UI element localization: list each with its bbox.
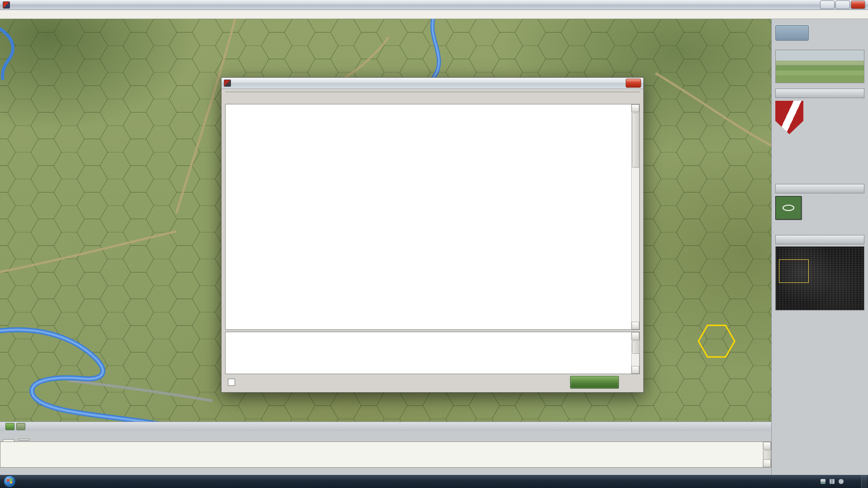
proceed-button[interactable] xyxy=(570,376,619,389)
terrain-photo xyxy=(775,50,864,83)
nato-symbol-icon xyxy=(783,205,794,211)
selected-unit-counter[interactable] xyxy=(775,196,802,220)
overview-header xyxy=(775,235,864,244)
scroll-up-icon[interactable] xyxy=(632,332,639,340)
zoom-in-button[interactable] xyxy=(5,423,14,430)
view-enemy-checkbox[interactable] xyxy=(228,379,235,386)
subunits-button[interactable] xyxy=(18,439,30,441)
show-desktop-button[interactable] xyxy=(861,475,867,488)
windows-flag-icon xyxy=(7,479,12,483)
force-name-header xyxy=(775,89,864,98)
system-tray xyxy=(816,475,868,488)
dialog-footer xyxy=(228,376,637,389)
diary-log[interactable] xyxy=(0,441,771,468)
close-button[interactable] xyxy=(851,0,865,9)
over-button[interactable] xyxy=(775,25,809,41)
scroll-down-icon[interactable] xyxy=(632,322,639,329)
zoom-out-button[interactable] xyxy=(16,423,25,430)
taskbar xyxy=(0,475,868,488)
selected-unit-header xyxy=(775,184,864,193)
right-sidebar xyxy=(771,19,868,475)
screen xyxy=(0,0,868,488)
diary-scrollbar[interactable] xyxy=(763,442,771,467)
volume-icon[interactable] xyxy=(839,479,844,484)
start-button[interactable] xyxy=(4,475,16,488)
scroll-up-icon[interactable] xyxy=(763,442,771,450)
dialog-icon xyxy=(224,80,231,87)
scrollbar-thumb[interactable] xyxy=(764,450,771,460)
dialog-tabs xyxy=(225,92,640,92)
blackhorse-insignia-icon xyxy=(775,101,803,134)
scrollbar-thumb[interactable] xyxy=(632,113,640,168)
scroll-down-icon[interactable] xyxy=(763,460,771,467)
app-icon xyxy=(3,1,10,9)
notes-panel xyxy=(225,332,640,374)
scrollbar-thumb[interactable] xyxy=(632,340,640,354)
network-icon[interactable] xyxy=(830,479,835,484)
maximize-button[interactable] xyxy=(835,0,850,9)
minimap[interactable] xyxy=(775,246,864,310)
status-bar xyxy=(0,422,771,431)
dialog-titlebar[interactable] xyxy=(222,78,643,89)
minimize-button[interactable] xyxy=(820,0,835,9)
scroll-down-icon[interactable] xyxy=(632,366,639,374)
kills-table-container xyxy=(225,104,640,330)
minimap-viewport[interactable] xyxy=(779,259,809,283)
diary-tab-strip xyxy=(0,431,771,441)
scroll-up-icon[interactable] xyxy=(632,104,639,112)
table-scrollbar[interactable] xyxy=(631,104,639,329)
notes-scrollbar[interactable] xyxy=(631,332,639,374)
action-center-icon[interactable] xyxy=(821,479,826,484)
menu-bar xyxy=(0,10,868,19)
window-titlebar xyxy=(0,0,868,10)
dialog-close-icon[interactable] xyxy=(626,79,641,88)
tactical-operations-dialog xyxy=(221,77,644,393)
